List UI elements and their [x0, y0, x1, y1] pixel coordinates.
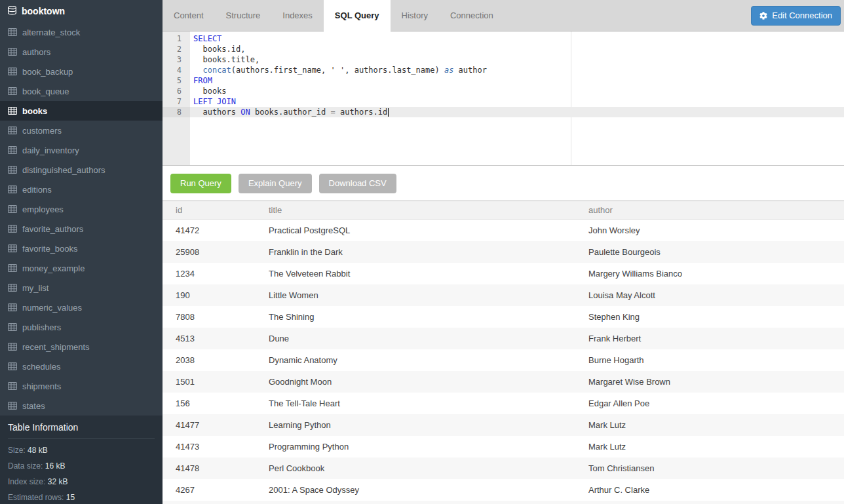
gear-icon [759, 12, 767, 20]
sidebar-item-label: daily_inventory [22, 145, 79, 155]
table-grid-icon [8, 107, 17, 115]
table-info-row: Data size: 16 kB [8, 461, 155, 471]
cell-title: The Tell-Tale Heart [256, 398, 575, 408]
cell-title: The Velveteen Rabbit [256, 269, 575, 279]
tab-content[interactable]: Content [163, 0, 215, 31]
sidebar-item-states[interactable]: states [0, 396, 163, 416]
table-row[interactable]: 190Little WomenLouisa May Alcott [163, 284, 844, 306]
sidebar-item-label: my_list [22, 283, 48, 293]
cell-id: 41477 [163, 420, 256, 430]
table-row[interactable]: 42672001: A Space OdysseyArthur C. Clark… [163, 479, 844, 501]
sidebar-item-publishers[interactable]: publishers [0, 317, 163, 337]
sidebar-item-alternate-stock[interactable]: alternate_stock [0, 22, 163, 42]
cell-title: Dune [256, 334, 575, 343]
sidebar-item-label: schedules [22, 362, 61, 372]
sidebar-item-favorite-books[interactable]: favorite_books [0, 239, 163, 258]
table-row[interactable]: 156The Tell-Tale HeartEdgar Allen Poe [163, 393, 844, 414]
explain-query-button[interactable]: Explain Query [239, 174, 312, 193]
results-body: 41472Practical PostgreSQLJohn Worsley259… [163, 220, 844, 501]
sidebar-item-label: favorite_authors [22, 224, 83, 234]
sidebar-item-book-backup[interactable]: book_backup [0, 62, 163, 81]
run-query-button[interactable]: Run Query [170, 174, 231, 193]
sidebar-item-money-example[interactable]: money_example [0, 258, 163, 278]
sidebar-item-book-queue[interactable]: book_queue [0, 81, 163, 101]
table-grid-icon [8, 382, 17, 390]
tab-sql-query[interactable]: SQL Query [324, 0, 391, 31]
sidebar-item-my-list[interactable]: my_list [0, 278, 163, 298]
table-row[interactable]: 25908Franklin in the DarkPaulette Bourge… [163, 241, 844, 263]
table-grid-icon [8, 166, 17, 174]
table-row[interactable]: 2038Dynamic AnatomyBurne Hogarth [163, 349, 844, 371]
sidebar-database[interactable]: booktown [0, 0, 163, 22]
sidebar-item-favorite-authors[interactable]: favorite_authors [0, 219, 163, 239]
line-number: 5 [163, 75, 190, 86]
table-row[interactable]: 1501Goodnight MoonMargaret Wise Brown [163, 371, 844, 393]
sidebar-item-books[interactable]: books [0, 101, 163, 121]
sidebar-item-employees[interactable]: employees [0, 199, 163, 219]
table-grid-icon [8, 185, 17, 193]
table-row[interactable]: 41477Learning PythonMark Lutz [163, 414, 844, 436]
table-row[interactable]: 1234The Velveteen RabbitMargery Williams… [163, 263, 844, 284]
sidebar-item-label: favorite_books [22, 244, 78, 254]
sidebar-item-recent-shipments[interactable]: recent_shipments [0, 337, 163, 357]
code-segment: books [193, 87, 227, 96]
code-segment: FROM [193, 76, 212, 85]
sidebar-item-label: editions [22, 185, 52, 195]
code-segment: ' ' [331, 66, 345, 75]
table-grid-icon [8, 87, 17, 95]
line-number: 2 [163, 44, 190, 54]
cell-id: 41473 [163, 442, 256, 452]
tab-history[interactable]: History [391, 0, 439, 31]
code-segment: SELECT [193, 34, 221, 43]
code-segment: ON [240, 107, 250, 117]
sidebar-item-numeric-values[interactable]: numeric_values [0, 298, 163, 317]
cell-author: Stephen King [575, 312, 844, 322]
cell-title: Franklin in the Dark [256, 247, 575, 257]
sql-editor[interactable]: 1SELECT2 books.id,3 books.title,4 concat… [163, 31, 844, 166]
code-segment [193, 66, 202, 75]
sidebar-item-daily-inventory[interactable]: daily_inventory [0, 140, 163, 160]
sidebar-item-label: employees [22, 204, 64, 214]
table-grid-icon [8, 146, 17, 154]
tab-structure[interactable]: Structure [215, 0, 272, 31]
table-grid-icon [8, 362, 17, 370]
table-info-rows: Size: 48 kBData size: 16 kBIndex size: 3… [8, 446, 155, 502]
line-code: books.title, [190, 54, 259, 65]
sidebar-item-schedules[interactable]: schedules [0, 357, 163, 376]
table-row[interactable]: 41472Practical PostgreSQLJohn Worsley [163, 220, 844, 241]
cell-author: Margaret Wise Brown [575, 377, 844, 387]
code-segment: = [331, 107, 336, 117]
table-info-value: 15 [66, 493, 75, 502]
editor-line: 6 books [163, 86, 844, 96]
download-csv-button[interactable]: Download CSV [319, 174, 396, 193]
tab-bar: ContentStructureIndexesSQL QueryHistoryC… [163, 0, 844, 31]
sidebar-item-editions[interactable]: editions [0, 180, 163, 199]
sidebar-item-authors[interactable]: authors [0, 42, 163, 62]
results-table: idtitleauthor 41472Practical PostgreSQLJ… [163, 201, 844, 504]
database-icon [8, 6, 16, 17]
line-number: 4 [163, 65, 190, 75]
table-info-title: Table Information [8, 422, 155, 439]
table-row[interactable]: 7808The ShiningStephen King [163, 306, 844, 328]
table-row[interactable]: 41473Programming PythonMark Lutz [163, 436, 844, 457]
sidebar-item-label: book_queue [22, 87, 69, 96]
editor-lines: 1SELECT2 books.id,3 books.title,4 concat… [163, 31, 844, 117]
sidebar-item-shipments[interactable]: shipments [0, 376, 163, 396]
sidebar-item-distinguished-authors[interactable]: distinguished_authors [0, 160, 163, 180]
table-row[interactable]: 41478Perl CookbookTom Christiansen [163, 457, 844, 479]
table-row[interactable]: 4513DuneFrank Herbert [163, 328, 844, 349]
edit-connection-button[interactable]: Edit Connection [751, 6, 841, 26]
cell-id: 1234 [163, 269, 256, 279]
text-cursor [388, 108, 389, 117]
line-code: SELECT [190, 33, 221, 44]
tab-connection[interactable]: Connection [439, 0, 505, 31]
cell-title: Practical PostgreSQL [256, 225, 575, 235]
cell-author: Tom Christiansen [575, 463, 844, 473]
app-window: booktown alternate_stockauthorsbook_back… [0, 0, 844, 504]
table-grid-icon [8, 244, 17, 252]
sidebar-item-label: shipments [22, 381, 61, 391]
tab-indexes[interactable]: Indexes [271, 0, 324, 31]
sidebar-item-customers[interactable]: customers [0, 121, 163, 140]
table-grid-icon [8, 126, 17, 134]
column-header-title: title [256, 205, 575, 215]
